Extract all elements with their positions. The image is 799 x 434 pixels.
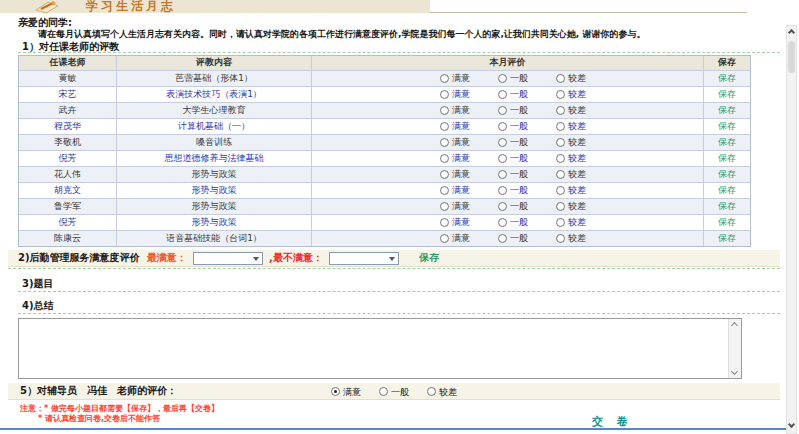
radio-option-poor[interactable]: 较差 xyxy=(556,135,586,150)
save-link[interactable]: 保存 xyxy=(703,135,750,150)
teacher-name: 程茂华 xyxy=(19,119,116,134)
scroll-up-icon[interactable] xyxy=(731,322,738,329)
radio-icon[interactable] xyxy=(498,218,507,227)
radio-option-poor[interactable]: 较差 xyxy=(556,231,586,246)
radio-icon[interactable] xyxy=(440,170,449,179)
radio-option-normal[interactable]: 一般 xyxy=(498,183,528,198)
radio-option-poor[interactable]: 较差 xyxy=(427,384,457,400)
radio-option-satisfied[interactable]: 满意 xyxy=(440,151,470,166)
radio-option-poor[interactable]: 较差 xyxy=(556,71,586,86)
radio-icon[interactable] xyxy=(440,234,449,243)
radio-icon[interactable] xyxy=(498,170,507,179)
radio-icon[interactable] xyxy=(556,202,565,211)
radio-icon[interactable] xyxy=(556,170,565,179)
section2-save-link[interactable]: 保存 xyxy=(419,252,439,263)
table-header-row: 任课老师 评教内容 本月评价 保存 xyxy=(19,56,750,70)
save-link[interactable]: 保存 xyxy=(703,151,750,166)
save-link[interactable]: 保存 xyxy=(703,183,750,198)
least-satisfied-select[interactable] xyxy=(329,252,399,265)
summary-textarea[interactable] xyxy=(18,318,742,379)
radio-option-normal[interactable]: 一般 xyxy=(498,231,528,246)
radio-option-poor[interactable]: 较差 xyxy=(556,87,586,102)
radio-icon[interactable] xyxy=(440,186,449,195)
radio-option-satisfied[interactable]: 满意 xyxy=(331,384,361,400)
radio-icon[interactable] xyxy=(427,387,436,396)
radio-icon[interactable] xyxy=(498,106,507,115)
radio-option-normal[interactable]: 一般 xyxy=(498,199,528,214)
radio-icon[interactable] xyxy=(556,218,565,227)
radio-icon[interactable] xyxy=(556,234,565,243)
radio-icon[interactable] xyxy=(556,186,565,195)
scroll-down-icon[interactable] xyxy=(731,368,738,375)
radio-option-poor[interactable]: 较差 xyxy=(556,151,586,166)
radio-option-normal[interactable]: 一般 xyxy=(498,135,528,150)
scrollbar-up-button[interactable] xyxy=(787,26,796,39)
radio-icon[interactable] xyxy=(498,122,507,131)
course-name: 形势与政策 xyxy=(116,167,311,182)
radio-option-normal[interactable]: 一般 xyxy=(498,215,528,230)
radio-option-satisfied[interactable]: 满意 xyxy=(440,119,470,134)
save-link[interactable]: 保存 xyxy=(703,231,750,246)
save-link[interactable]: 保存 xyxy=(703,167,750,182)
submit-link[interactable]: 交 卷 xyxy=(592,414,633,429)
radio-option-satisfied[interactable]: 满意 xyxy=(440,167,470,182)
most-satisfied-select[interactable] xyxy=(193,252,263,265)
radio-option-poor[interactable]: 较差 xyxy=(556,167,586,182)
radio-option-satisfied[interactable]: 满意 xyxy=(440,183,470,198)
radio-option-satisfied[interactable]: 满意 xyxy=(440,87,470,102)
scrollbar-down-button[interactable] xyxy=(787,420,796,433)
radio-icon[interactable] xyxy=(379,387,388,396)
radio-option-poor[interactable]: 较差 xyxy=(556,103,586,118)
radio-icon[interactable] xyxy=(440,74,449,83)
textarea-scrollbar[interactable] xyxy=(728,319,741,378)
radio-option-normal[interactable]: 一般 xyxy=(498,167,528,182)
radio-option-satisfied[interactable]: 满意 xyxy=(440,71,470,86)
radio-option-normal[interactable]: 一般 xyxy=(498,151,528,166)
radio-icon[interactable] xyxy=(556,138,565,147)
page-scrollbar[interactable] xyxy=(786,25,797,434)
radio-icon[interactable] xyxy=(498,202,507,211)
radio-option-poor[interactable]: 较差 xyxy=(556,119,586,134)
radio-option-satisfied[interactable]: 满意 xyxy=(440,135,470,150)
radio-icon[interactable] xyxy=(498,90,507,99)
radio-icon[interactable] xyxy=(498,234,507,243)
radio-option-poor[interactable]: 较差 xyxy=(556,183,586,198)
radio-icon[interactable] xyxy=(556,122,565,131)
radio-icon[interactable] xyxy=(498,154,507,163)
scrollbar-thumb[interactable] xyxy=(788,41,795,73)
course-name: 大学生心理教育 xyxy=(116,103,311,118)
radio-option-normal[interactable]: 一般 xyxy=(498,71,528,86)
save-link[interactable]: 保存 xyxy=(703,103,750,118)
radio-icon[interactable] xyxy=(440,138,449,147)
save-link[interactable]: 保存 xyxy=(703,71,750,86)
radio-option-satisfied[interactable]: 满意 xyxy=(440,215,470,230)
save-link[interactable]: 保存 xyxy=(703,87,750,102)
save-link[interactable]: 保存 xyxy=(703,119,750,134)
radio-icon[interactable] xyxy=(556,106,565,115)
radio-icon[interactable] xyxy=(440,122,449,131)
radio-option-normal[interactable]: 一般 xyxy=(498,103,528,118)
radio-option-poor[interactable]: 较差 xyxy=(556,199,586,214)
radio-option-poor[interactable]: 较差 xyxy=(556,215,586,230)
radio-icon[interactable] xyxy=(556,154,565,163)
save-link[interactable]: 保存 xyxy=(703,215,750,230)
radio-icon[interactable] xyxy=(440,218,449,227)
save-link[interactable]: 保存 xyxy=(703,199,750,214)
radio-icon[interactable] xyxy=(440,106,449,115)
radio-label: 一般 xyxy=(510,87,528,102)
radio-option-normal[interactable]: 一般 xyxy=(379,384,409,400)
radio-icon[interactable] xyxy=(440,202,449,211)
radio-icon[interactable] xyxy=(440,90,449,99)
radio-icon[interactable] xyxy=(556,74,565,83)
radio-option-normal[interactable]: 一般 xyxy=(498,119,528,134)
radio-option-normal[interactable]: 一般 xyxy=(498,87,528,102)
radio-option-satisfied[interactable]: 满意 xyxy=(440,103,470,118)
radio-icon[interactable] xyxy=(556,90,565,99)
radio-icon[interactable] xyxy=(498,74,507,83)
radio-option-satisfied[interactable]: 满意 xyxy=(440,231,470,246)
radio-icon[interactable] xyxy=(440,154,449,163)
radio-icon[interactable] xyxy=(498,186,507,195)
radio-icon[interactable] xyxy=(498,138,507,147)
radio-selected-icon[interactable] xyxy=(331,387,340,396)
radio-option-satisfied[interactable]: 满意 xyxy=(440,199,470,214)
